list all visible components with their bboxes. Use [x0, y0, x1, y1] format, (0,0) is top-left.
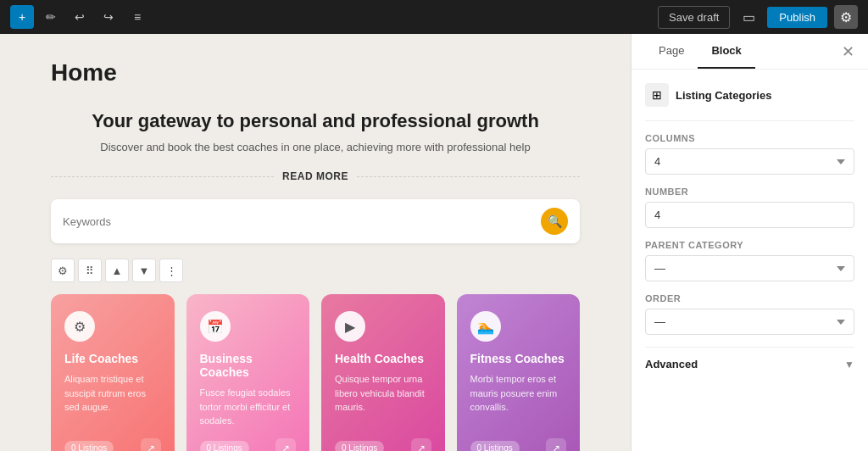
card-title: Business Coaches: [200, 352, 297, 379]
up-icon: ▲: [112, 264, 123, 277]
card-category-icon: ▶: [345, 319, 355, 335]
pencil-button[interactable]: ✏: [39, 5, 63, 29]
block-more-button[interactable]: ⋮: [159, 259, 183, 282]
right-panel: Page Block ✕ ⊞ Listing Categories COLUMN…: [631, 34, 868, 451]
listing-categories-icon: ⊞: [645, 83, 669, 107]
hero-heading: Your gateway to personal and professiona…: [51, 110, 580, 132]
card-icon-wrap: 📅: [200, 311, 231, 342]
card-arrow-icon: ↗: [275, 438, 296, 452]
card-arrow-icon: ↗: [546, 438, 566, 452]
number-label: NUMBER: [645, 187, 854, 197]
read-more-line-right: [357, 176, 580, 177]
hero-section: Your gateway to personal and professiona…: [51, 110, 580, 153]
search-input[interactable]: [63, 215, 541, 228]
down-icon: ▼: [139, 264, 150, 277]
chevron-down-icon: ▼: [844, 359, 854, 370]
panel-divider-1: [645, 120, 854, 121]
hero-subtext: Discover and book the best coaches in on…: [51, 141, 580, 153]
settings-toggle-button[interactable]: ⚙: [834, 5, 858, 29]
card-2[interactable]: 📅 Business Coaches Fusce feugiat sodales…: [186, 294, 310, 451]
redo-icon: ↪: [103, 10, 114, 24]
editor-area: Home Your gateway to personal and profes…: [0, 34, 631, 451]
card-footer: 0 Listings ↗: [470, 438, 567, 452]
block-settings-button[interactable]: ⚙: [51, 259, 75, 282]
cards-grid: ⚙ Life Coaches Aliquam tristique et susc…: [51, 294, 580, 451]
columns-label: COLUMNS: [645, 133, 854, 143]
more-icon: ⋮: [166, 264, 177, 277]
settings-icon: ⚙: [840, 9, 852, 25]
panel-close-button[interactable]: ✕: [842, 34, 854, 69]
card-3[interactable]: ▶ Health Coaches Quisque tempor urna lib…: [321, 294, 445, 451]
drag-icon: ⠿: [86, 264, 94, 277]
toolbar-right: Save draft ▭ Publish ⚙: [658, 5, 858, 29]
read-more-line-left: [51, 176, 274, 177]
listings-badge: 0 Listings: [470, 441, 520, 451]
listings-badge: 0 Listings: [335, 441, 384, 451]
add-block-button[interactable]: +: [10, 5, 34, 29]
card-footer: 0 Listings ↗: [64, 438, 161, 452]
page-title: Home: [51, 59, 580, 86]
parent-category-select[interactable]: —: [645, 255, 854, 281]
search-bar: 🔍: [51, 199, 580, 243]
search-button[interactable]: 🔍: [541, 208, 568, 235]
desktop-preview-button[interactable]: ▭: [737, 5, 760, 29]
panel-block-header: ⊞ Listing Categories: [645, 83, 854, 107]
save-draft-button[interactable]: Save draft: [658, 6, 730, 29]
grid-icon: ⊞: [652, 88, 662, 102]
card-desc: Quisque tempor urna libero vehicula blan…: [335, 372, 431, 428]
publish-button[interactable]: Publish: [767, 7, 827, 28]
tab-page[interactable]: Page: [645, 34, 698, 69]
listings-badge: 0 Listings: [64, 441, 114, 451]
read-more-wrapper: READ MORE: [51, 170, 580, 182]
number-input[interactable]: [645, 202, 854, 228]
card-icon-wrap: ▶: [335, 311, 365, 342]
desktop-icon: ▭: [743, 9, 755, 25]
card-category-icon: 📅: [207, 319, 224, 335]
plus-icon: +: [19, 10, 25, 24]
undo-button[interactable]: ↩: [68, 5, 92, 29]
menu-icon: ≡: [134, 10, 141, 24]
panel-tabs: Page Block ✕: [632, 34, 868, 70]
pencil-icon: ✏: [46, 10, 56, 24]
listings-badge: 0 Listings: [200, 441, 249, 451]
card-category-icon: ⚙: [74, 319, 86, 335]
card-arrow-icon: ↗: [411, 438, 431, 452]
menu-button[interactable]: ≡: [125, 5, 149, 29]
block-down-button[interactable]: ▼: [132, 259, 156, 282]
columns-select[interactable]: 4 1 2 3 5 6: [645, 148, 854, 175]
advanced-toggle-button[interactable]: Advanced ▼: [645, 347, 854, 381]
panel-body: ⊞ Listing Categories COLUMNS 4 1 2 3 5 6…: [632, 70, 868, 451]
main-layout: Home Your gateway to personal and profes…: [0, 34, 868, 451]
parent-category-label: PARENT CATEGORY: [645, 240, 854, 250]
panel-block-title: Listing Categories: [676, 89, 771, 102]
card-desc: Aliquam tristique et suscipit rutrum ero…: [64, 372, 161, 428]
block-drag-button[interactable]: ⠿: [78, 259, 102, 282]
gear-icon: ⚙: [58, 264, 68, 277]
tab-block[interactable]: Block: [698, 34, 754, 69]
search-icon: 🔍: [548, 214, 562, 228]
toolbar-left: + ✏ ↩ ↪ ≡: [10, 5, 149, 29]
card-title: Fitness Coaches: [470, 352, 567, 365]
card-desc: Morbi tempor eros et mauris posuere enim…: [470, 372, 567, 428]
card-arrow-icon: ↗: [141, 438, 161, 452]
card-4[interactable]: 🏊 Fitness Coaches Morbi tempor eros et m…: [457, 294, 581, 451]
card-title: Health Coaches: [335, 352, 431, 365]
card-1[interactable]: ⚙ Life Coaches Aliquam tristique et susc…: [51, 294, 175, 451]
read-more-button[interactable]: READ MORE: [282, 170, 348, 182]
advanced-label: Advanced: [645, 358, 698, 370]
block-up-button[interactable]: ▲: [105, 259, 129, 282]
card-icon-wrap: 🏊: [470, 311, 501, 342]
order-select[interactable]: — ASC DESC: [645, 309, 854, 335]
card-footer: 0 Listings ↗: [335, 438, 431, 452]
block-controls: ⚙ ⠿ ▲ ▼ ⋮: [51, 259, 580, 282]
toolbar: + ✏ ↩ ↪ ≡ Save draft ▭ Publish ⚙: [0, 0, 868, 34]
card-desc: Fusce feugiat sodales tortor morbi effic…: [200, 386, 297, 428]
card-footer: 0 Listings ↗: [200, 438, 297, 452]
undo-icon: ↩: [75, 10, 85, 24]
card-category-icon: 🏊: [477, 319, 494, 335]
order-label: ORDER: [645, 293, 854, 303]
card-icon-wrap: ⚙: [64, 311, 95, 342]
card-title: Life Coaches: [64, 352, 161, 365]
redo-button[interactable]: ↪: [97, 5, 120, 29]
